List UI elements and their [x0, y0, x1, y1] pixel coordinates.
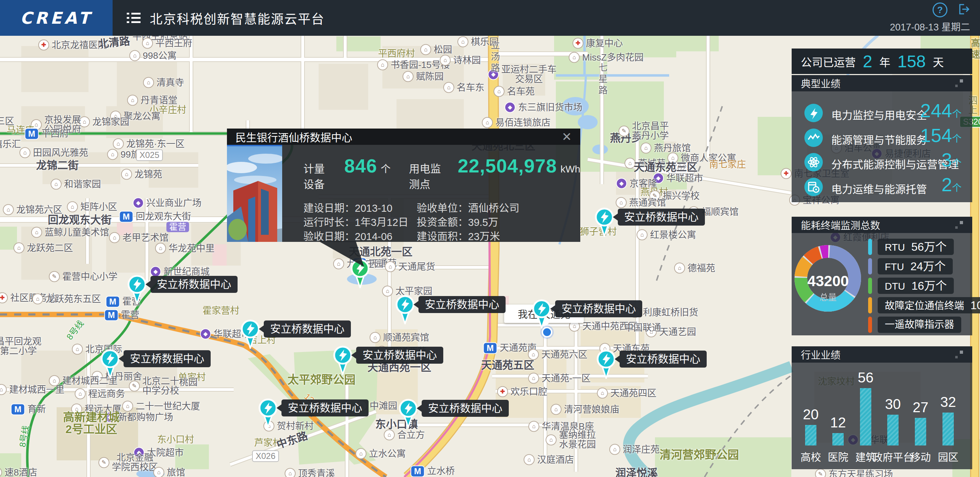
achievement-value: 244个	[920, 100, 962, 121]
datacenter-pin-label[interactable]: 安立桥数据中心	[555, 300, 642, 317]
datacenter-pin[interactable]	[257, 398, 279, 429]
achievement-label: 电力监控与用电安全	[831, 107, 927, 122]
popup-detail-item: 建设日期：2013-10	[304, 200, 417, 214]
bar-value: 32	[940, 394, 956, 410]
datacenter-pin[interactable]	[331, 345, 354, 377]
bar-value: 30	[885, 396, 901, 412]
bar	[887, 415, 899, 445]
donut-center: 43200 总量	[802, 273, 855, 303]
popup-detail-item: 运行时长：1年3月12日	[304, 214, 417, 228]
datacenter-popup: 民生银行酒仙桥数据中心 ✕ 计量设备846个	[227, 129, 580, 242]
datacenter-pin[interactable]	[595, 349, 617, 380]
achievement-value: 154个	[920, 124, 962, 146]
bar	[915, 418, 926, 445]
brand-logo: CREAT	[0, 0, 113, 36]
panel-industry: 行业业绩 20 高校 12 医院 56 建筑 30 政府平台 27 移动 32 …	[792, 346, 972, 469]
legend-label: DTU16万个	[878, 278, 954, 294]
close-icon[interactable]: ✕	[562, 131, 572, 143]
achievement-item: 电力运维与能源托管 2个	[792, 178, 972, 203]
terminals-chart: 43200 总量 RTU56万个 FTU24万个 DTU16万个 故障定位通信终…	[792, 233, 972, 335]
achievement-value: 2个	[942, 173, 962, 196]
achievement-label: 能源管理与节能服务	[831, 131, 927, 147]
bar	[805, 425, 816, 445]
legend-color	[868, 258, 872, 274]
expand-icon[interactable]	[955, 351, 963, 358]
menu-icon[interactable]	[127, 13, 140, 23]
logout-icon[interactable]	[957, 3, 970, 16]
bar	[942, 413, 954, 445]
expand-icon[interactable]	[955, 221, 963, 229]
datacenter-pin-label[interactable]: 安立桥数据中心	[618, 208, 705, 226]
ops-icon	[804, 178, 823, 196]
app-header: CREAT 北京科税创新智慧能源云平台 ? 2017-08-13 星期二	[0, 0, 980, 36]
legend-color	[868, 297, 872, 313]
popup-details: 建设日期：2013-10验收单位：酒仙桥公司运行时长：1年3月12日投资金额：3…	[304, 200, 580, 242]
legend-label: 故障定位通信终端10万个	[878, 297, 980, 313]
datacenter-pin[interactable]	[394, 295, 416, 326]
page-title: 北京科税创新智慧能源云平台	[150, 9, 325, 27]
datacenter-pin-label[interactable]: 安立桥数据中心	[124, 350, 211, 367]
panel-company: 公司已运营2年 158天 典型业绩 电力监控与用电安全 244个 能源管理与节能…	[792, 49, 972, 202]
app-root: ✚北京龙禧医院平西王府总站⌂平西王府⌂998公寓北清路平西府村⌂松园⌂棋乐园⌂书…	[0, 0, 980, 477]
datacenter-pin-label[interactable]: 安立桥数据中心	[620, 351, 707, 367]
industry-title: 行业业绩	[801, 347, 840, 362]
bar-value: 56	[858, 370, 874, 386]
bar	[860, 388, 871, 445]
legend-label: 一遥故障指示器	[878, 316, 961, 333]
legend-label: RTU56万个	[878, 238, 954, 255]
datacenter-pin[interactable]	[530, 299, 553, 330]
popup-detail-item: 建设面积：23万米	[417, 228, 580, 242]
popup-detail-item: 投资金额：39.5万	[417, 214, 580, 228]
legend-row: DTU16万个	[868, 278, 954, 294]
datacenter-pin[interactable]	[126, 274, 148, 305]
datacenter-pin[interactable]	[593, 207, 616, 238]
datacenter-pin-label[interactable]: 安立桥数据中心	[282, 399, 369, 417]
bar-category: 园区	[938, 449, 958, 464]
legend-row: FTU24万个	[868, 258, 953, 274]
datacenter-pin[interactable]	[239, 319, 262, 350]
datacenter-pin-label[interactable]: 安立桥数据中心	[418, 296, 506, 313]
legend-color	[868, 238, 872, 255]
legend-color	[868, 316, 872, 333]
datacenter-pin[interactable]	[99, 349, 121, 380]
lightning-icon	[804, 104, 823, 122]
datacenter-pin-label[interactable]: 安立桥数据中心	[356, 347, 443, 364]
achievements-title: 典型业绩	[801, 76, 840, 90]
achievement-value: 3个	[942, 149, 962, 171]
terminals-title: 能耗终端监测总数	[801, 218, 880, 232]
popup-stat-row: 计量设备846个 用电监测点22,504,978kWh	[304, 155, 580, 191]
datacenter-pin[interactable]	[397, 398, 420, 429]
bar-category: 医院	[828, 449, 848, 464]
achievement-label: 电力运维与能源托管	[831, 181, 927, 196]
bar-category: 政府平台	[872, 449, 913, 464]
bar	[832, 433, 844, 445]
achievement-label: 分布式能源控制与运营管理	[831, 156, 959, 172]
legend-row: 故障定位通信终端10万个	[868, 297, 980, 313]
popup-title: 民生银行酒仙桥数据中心	[235, 129, 352, 145]
wave-icon	[804, 129, 823, 147]
industry-bar-chart: 20 高校 12 医院 56 建筑 30 政府平台 27 移动 32 园区	[792, 363, 972, 469]
bar-value: 12	[830, 415, 846, 431]
datacenter-pin-label[interactable]: 安立桥数据中心	[151, 276, 237, 293]
bar-value: 27	[913, 399, 929, 415]
atom-icon	[804, 153, 823, 172]
legend-row: RTU56万个	[868, 238, 954, 255]
datacenter-pin-label[interactable]: 安立桥数据中心	[422, 400, 509, 417]
legend-color	[868, 278, 872, 294]
bar-category: 移动	[910, 449, 931, 464]
popup-detail-item: 验收单位：酒仙桥公司	[417, 200, 580, 214]
bar-value: 20	[803, 407, 819, 423]
date-display: 2017-08-13 星期二	[890, 19, 970, 33]
popup-detail-item: 验收日期：2014-06	[304, 228, 417, 242]
datacenter-photo	[227, 145, 282, 242]
expand-icon[interactable]	[955, 80, 963, 87]
panel-terminals: 能耗终端监测总数 43200 总量 RTU56万个 FTU24万个 DTU16万…	[792, 217, 972, 335]
datacenter-pin-label[interactable]: 安立桥数据中心	[264, 321, 351, 337]
help-icon[interactable]: ?	[932, 3, 947, 17]
bar-category: 高校	[800, 449, 821, 464]
company-operation-row: 公司已运营2年 158天	[792, 49, 972, 74]
achievements-list: 电力监控与用电安全 244个 能源管理与节能服务 154个 分布式能源控制与运营…	[792, 91, 972, 202]
legend-row: 一遥故障指示器	[868, 316, 961, 333]
legend-label: FTU24万个	[878, 258, 953, 274]
